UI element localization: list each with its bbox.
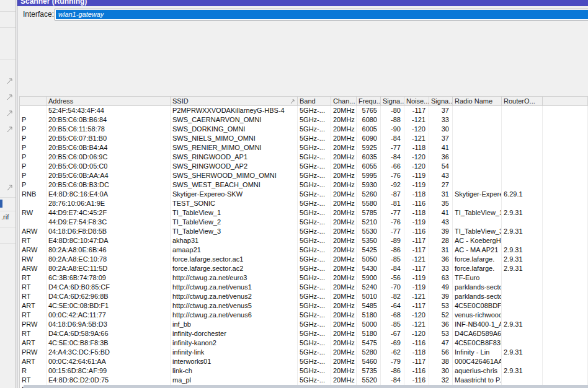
cell-noise: -116	[404, 376, 429, 385]
cell-snr: 43	[429, 171, 453, 180]
table-row[interactable]: P20:B5:C6:07:B1:B0SWS_NIELS_MIMO_OMNI5GH…	[20, 134, 588, 143]
cell-filler	[543, 376, 588, 385]
cell-noise: -121	[404, 320, 429, 329]
table-row[interactable]: P20:B5:C6:0D:05:C0SWS_RINGWOOD_AP25GHz-.…	[20, 162, 588, 171]
cell-filler	[543, 357, 588, 366]
cell-radio_name: TF-Euro	[453, 273, 502, 283]
column-header-address[interactable]: Address	[47, 97, 171, 106]
column-header-snr[interactable]: Signa...	[429, 97, 453, 106]
cell-frequency: 5000	[357, 320, 381, 329]
cell-noise: -117	[404, 245, 429, 255]
column-header-noise[interactable]: Noise...	[404, 97, 429, 106]
table-row[interactable]: ARW80:2A:A8:EC:11:5Dforce.lafarge.sector…	[20, 264, 588, 273]
column-header-radio_name[interactable]: Radio Name	[453, 97, 502, 106]
table-row[interactable]: P20:B5:C6:11:58:78SWS_DORKING_OMNI5GHz-.…	[20, 125, 588, 134]
cell-channel: 20MHz	[331, 292, 357, 301]
table-row[interactable]: P20:B5:C6:0B:B6:84SWS_CAERNARVON_OMNI5GH…	[20, 115, 588, 125]
cell-filler	[543, 311, 588, 320]
cell-signal: -85	[381, 255, 404, 264]
table-row[interactable]: RW80:2A:A8:EC:10:78force.lafarge.sector.…	[20, 255, 588, 264]
cell-channel: 20MHz	[331, 311, 357, 320]
cell-signal: -76	[381, 218, 404, 227]
cell-snr: 31	[429, 245, 453, 255]
cell-radio_name: D4CA6D589A66	[453, 329, 502, 338]
table-row[interactable]: RW44:D9:E7:4C:45:2FTI_TableView_15GHz-..…	[20, 208, 588, 218]
cell-signal: -86	[381, 245, 404, 255]
table-row[interactable]: RTD4:CA:6D:B0:85:CFhttp://ctwug.za.net/v…	[20, 283, 588, 292]
table-row[interactable]: RT6C:3B:6B:74:78:09http://ctwug.za.net/e…	[20, 273, 588, 283]
cell-noise: -120	[404, 162, 429, 171]
cell-filler	[543, 180, 588, 190]
table-row[interactable]: RTD4:CA:6D:62:96:8Bhttp://ctwug.za.net/v…	[20, 292, 588, 301]
cell-noise: -117	[404, 301, 429, 311]
cell-flags: RW	[20, 208, 47, 218]
table-row[interactable]: PRW04:18:D6:9A:5B:D3inf_bb5GHz-...20MHz5…	[20, 320, 588, 329]
column-header-channel[interactable]: Chan...	[331, 97, 357, 106]
cell-noise: -116	[404, 338, 429, 348]
cell-snr: 39	[429, 292, 453, 301]
table-row[interactable]: RTE4:8D:8C:10:47:DAakhap315GHz-...20MHz5…	[20, 236, 588, 245]
cell-band: 5GHz-...	[298, 218, 331, 227]
cell-noise: -121	[404, 115, 429, 125]
interface-select[interactable]: wlan1-gateway	[55, 9, 588, 20]
table-row[interactable]: ARW04:18:D6:F8:D8:5BTI_TableView_35GHz-.…	[20, 227, 588, 236]
cell-ssid: link-ch	[171, 366, 298, 376]
cell-flags: ART	[20, 301, 47, 311]
cell-radio_name: Maastricht to P...	[453, 376, 502, 385]
cell-filler	[543, 208, 588, 218]
table-row[interactable]: RNBE4:8D:8C:16:E4:0ASkytiger-Expereo-SKW…	[20, 190, 588, 199]
background-row-divider	[0, 227, 16, 227]
table-row[interactable]: 28:76:10:06:A1:9ETEST_SONIC5GHz-...20MHz…	[20, 199, 588, 208]
table-row[interactable]: P20:B5:C6:0B:B4:A4SWS_RENIER_MIMO_OMNI5G…	[20, 143, 588, 152]
table-row[interactable]: RTE4:8D:8C:D2:0D:75ma_pl5GHz-...20MHz552…	[20, 376, 588, 385]
cell-signal: -69	[381, 338, 404, 348]
table-row[interactable]: P20:B5:C6:0B:AA:A4SWS_SHERWOOD_MIMO_OMNI…	[20, 171, 588, 180]
cell-channel: 20MHz	[331, 171, 357, 180]
cell-routeros: 2.9.31	[502, 264, 543, 273]
cell-flags: ARW	[20, 245, 47, 255]
window-titlebar[interactable]: Scanner (Running)	[17, 0, 588, 6]
cell-noise: -119	[404, 283, 429, 292]
table-row[interactable]: ART4C:5E:0C:08:BD:F1http://ctwug.za.net/…	[20, 301, 588, 311]
cell-signal: -77	[381, 143, 404, 152]
table-row[interactable]: ART00:0C:42:64:61:AAinterworks015GHz-...…	[20, 357, 588, 366]
cell-frequency: 6080	[357, 115, 381, 125]
cell-radio_name	[453, 171, 502, 180]
table-row[interactable]: PRW24:A4:3C:DC:F5:BDinfinity-link5GHz-..…	[20, 348, 588, 357]
cell-address: 00:0C:42:AC:11:77	[47, 311, 171, 320]
column-header-frequency[interactable]: Frequ...	[357, 97, 381, 106]
column-header-ssid[interactable]: SSID	[171, 97, 298, 106]
cell-filler	[543, 134, 588, 143]
table-row[interactable]: RT00:0C:42:AC:11:77http://ctwug.za.net/v…	[20, 311, 588, 320]
column-header-signal[interactable]: Signa...	[381, 97, 404, 106]
cell-flags	[20, 106, 47, 115]
cell-routeros: 2.9.31	[502, 208, 543, 218]
cell-flags: P	[20, 143, 47, 152]
bottom-scroll-strip[interactable]	[24, 385, 588, 388]
cell-routeros	[502, 125, 543, 134]
table-row[interactable]: RTD4:CA:6D:58:9A:66infinity-dorchester5G…	[20, 329, 588, 338]
column-header-flags[interactable]	[20, 97, 47, 106]
table-row[interactable]: 44:D9:E7:54:F8:3CTI_TableView_25GHz-...2…	[20, 218, 588, 227]
cell-routeros	[502, 199, 543, 208]
cell-signal: -87	[381, 190, 404, 199]
cell-address: 04:18:D6:F8:D8:5B	[47, 227, 171, 236]
interface-label: Interface:	[23, 10, 54, 19]
cell-address: 04:18:D6:9A:5B:D3	[47, 320, 171, 329]
cell-flags: P	[20, 115, 47, 125]
table-row[interactable]: 52:4F:54:43:4F:44P2MPRWXXVODAKillarneyG-…	[20, 106, 588, 115]
table-row[interactable]: ART4C:5E:0C:B8:F8:3Binfinity-kanon25GHz-…	[20, 338, 588, 348]
interface-value: wlan1-gateway	[56, 10, 588, 19]
table-row[interactable]: P20:B5:C6:0D:06:9CSWS_RINGWOOD_AP15GHz-.…	[20, 152, 588, 162]
table-row[interactable]: P20:B5:C6:0B:B3:DCSWS_WEST_BEACH_OMNI5GH…	[20, 180, 588, 190]
cell-band: 5GHz-...	[298, 245, 331, 255]
table-row[interactable]: ARW80:2A:A8:0E:6B:46amaap215GHz-...20MHz…	[20, 245, 588, 255]
column-header-routeros[interactable]: RouterO...	[502, 97, 543, 106]
table-row[interactable]: R00:15:6D:8C:AF:99link-ch5GHz-...20MHz57…	[20, 366, 588, 376]
column-header-band[interactable]: Band	[298, 97, 331, 106]
cell-noise: -118	[404, 348, 429, 357]
cell-radio_name: AC - KoebergH31	[453, 236, 502, 245]
cell-noise: -117	[404, 106, 429, 115]
cell-band: 5GHz-...	[298, 115, 331, 125]
cell-address: 20:B5:C6:0B:B4:A4	[47, 143, 171, 152]
